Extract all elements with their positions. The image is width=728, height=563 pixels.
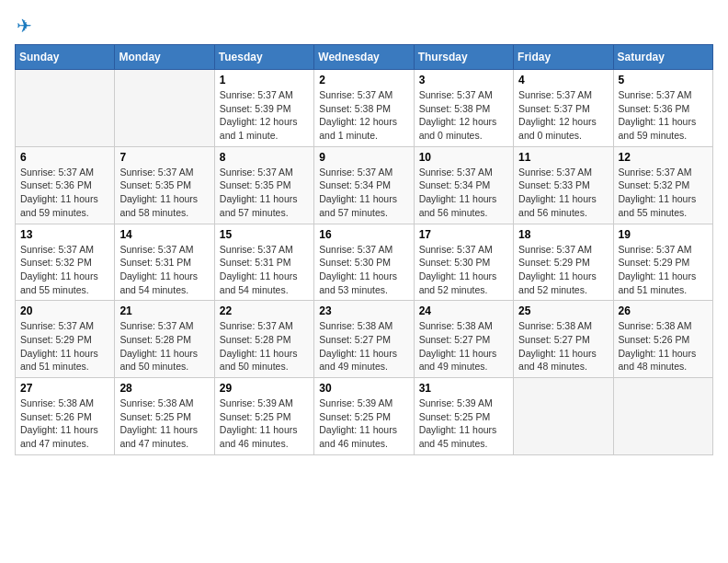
day-number: 23 (319, 304, 408, 317)
day-detail: Sunrise: 5:37 AM Sunset: 5:32 PM Dayligh… (20, 243, 109, 297)
calendar-cell: 3Sunrise: 5:37 AM Sunset: 5:38 PM Daylig… (414, 70, 513, 147)
day-detail: Sunrise: 5:37 AM Sunset: 5:30 PM Dayligh… (419, 243, 508, 297)
day-number: 17 (419, 228, 508, 241)
day-number: 18 (518, 228, 608, 241)
calendar-week-4: 20Sunrise: 5:37 AM Sunset: 5:29 PM Dayli… (16, 301, 713, 378)
calendar-header-wednesday: Wednesday (314, 45, 414, 70)
calendar-cell: 7Sunrise: 5:37 AM Sunset: 5:35 PM Daylig… (115, 146, 214, 224)
day-detail: Sunrise: 5:39 AM Sunset: 5:25 PM Dayligh… (220, 396, 309, 451)
calendar-week-1: 1Sunrise: 5:37 AM Sunset: 5:39 PM Daylig… (16, 70, 713, 147)
calendar-cell: 28Sunrise: 5:38 AM Sunset: 5:25 PM Dayli… (115, 378, 214, 455)
calendar-cell: 8Sunrise: 5:37 AM Sunset: 5:35 PM Daylig… (214, 146, 313, 224)
day-number: 10 (419, 151, 508, 164)
day-number: 31 (419, 382, 508, 395)
calendar-cell: 23Sunrise: 5:38 AM Sunset: 5:27 PM Dayli… (314, 301, 414, 378)
day-number: 15 (220, 228, 309, 241)
day-detail: Sunrise: 5:39 AM Sunset: 5:25 PM Dayligh… (319, 396, 408, 451)
day-number: 6 (20, 151, 109, 164)
day-detail: Sunrise: 5:37 AM Sunset: 5:34 PM Dayligh… (319, 166, 408, 220)
calendar-header-saturday: Saturday (613, 45, 712, 70)
day-detail: Sunrise: 5:38 AM Sunset: 5:26 PM Dayligh… (619, 319, 708, 373)
day-number: 28 (119, 382, 209, 395)
calendar-cell: 20Sunrise: 5:37 AM Sunset: 5:29 PM Dayli… (16, 301, 115, 378)
calendar-cell: 22Sunrise: 5:37 AM Sunset: 5:28 PM Dayli… (214, 301, 313, 378)
day-number: 22 (220, 304, 309, 317)
day-number: 2 (319, 74, 408, 86)
calendar-week-5: 27Sunrise: 5:38 AM Sunset: 5:26 PM Dayli… (16, 378, 713, 455)
calendar-cell: 21Sunrise: 5:37 AM Sunset: 5:28 PM Dayli… (115, 301, 214, 378)
day-detail: Sunrise: 5:37 AM Sunset: 5:28 PM Dayligh… (220, 319, 309, 373)
day-number: 4 (518, 74, 608, 86)
day-number: 30 (319, 382, 408, 395)
day-detail: Sunrise: 5:37 AM Sunset: 5:36 PM Dayligh… (20, 166, 109, 220)
calendar-cell (613, 378, 712, 455)
day-detail: Sunrise: 5:37 AM Sunset: 5:35 PM Dayligh… (220, 166, 309, 220)
day-detail: Sunrise: 5:38 AM Sunset: 5:25 PM Dayligh… (119, 396, 209, 451)
day-detail: Sunrise: 5:38 AM Sunset: 5:26 PM Dayligh… (20, 396, 109, 451)
calendar-cell: 6Sunrise: 5:37 AM Sunset: 5:36 PM Daylig… (16, 146, 115, 224)
day-detail: Sunrise: 5:39 AM Sunset: 5:25 PM Dayligh… (419, 396, 508, 451)
calendar-body: 1Sunrise: 5:37 AM Sunset: 5:39 PM Daylig… (16, 70, 713, 455)
day-detail: Sunrise: 5:37 AM Sunset: 5:33 PM Dayligh… (518, 166, 608, 220)
calendar-week-3: 13Sunrise: 5:37 AM Sunset: 5:32 PM Dayli… (16, 224, 713, 301)
day-number: 3 (419, 74, 508, 86)
day-number: 21 (119, 304, 209, 317)
calendar-table: SundayMondayTuesdayWednesdayThursdayFrid… (15, 44, 713, 455)
day-number: 7 (119, 151, 209, 164)
day-number: 26 (619, 304, 708, 317)
calendar-cell: 17Sunrise: 5:37 AM Sunset: 5:30 PM Dayli… (414, 224, 513, 301)
calendar-header-monday: Monday (115, 45, 214, 70)
day-detail: Sunrise: 5:38 AM Sunset: 5:27 PM Dayligh… (319, 319, 408, 373)
day-detail: Sunrise: 5:37 AM Sunset: 5:31 PM Dayligh… (220, 243, 309, 297)
calendar-cell: 11Sunrise: 5:37 AM Sunset: 5:33 PM Dayli… (514, 146, 613, 224)
day-number: 24 (419, 304, 508, 317)
calendar-cell: 12Sunrise: 5:37 AM Sunset: 5:32 PM Dayli… (613, 146, 712, 224)
day-number: 14 (119, 228, 209, 241)
calendar-cell (16, 70, 115, 147)
day-detail: Sunrise: 5:37 AM Sunset: 5:28 PM Dayligh… (119, 319, 209, 373)
calendar-cell: 4Sunrise: 5:37 AM Sunset: 5:37 PM Daylig… (514, 70, 613, 147)
day-detail: Sunrise: 5:37 AM Sunset: 5:32 PM Dayligh… (619, 166, 708, 220)
day-detail: Sunrise: 5:38 AM Sunset: 5:27 PM Dayligh… (518, 319, 608, 373)
day-detail: Sunrise: 5:37 AM Sunset: 5:29 PM Dayligh… (518, 243, 608, 297)
calendar-cell: 15Sunrise: 5:37 AM Sunset: 5:31 PM Dayli… (214, 224, 313, 301)
day-number: 1 (220, 74, 309, 86)
calendar-cell: 25Sunrise: 5:38 AM Sunset: 5:27 PM Dayli… (514, 301, 613, 378)
calendar-cell: 1Sunrise: 5:37 AM Sunset: 5:39 PM Daylig… (214, 70, 313, 147)
day-detail: Sunrise: 5:37 AM Sunset: 5:29 PM Dayligh… (20, 319, 109, 373)
header: ✈ (15, 15, 713, 37)
day-detail: Sunrise: 5:37 AM Sunset: 5:38 PM Dayligh… (319, 88, 408, 143)
calendar-cell: 27Sunrise: 5:38 AM Sunset: 5:26 PM Dayli… (16, 378, 115, 455)
day-number: 11 (518, 151, 608, 164)
day-detail: Sunrise: 5:37 AM Sunset: 5:31 PM Dayligh… (119, 243, 209, 297)
day-detail: Sunrise: 5:37 AM Sunset: 5:39 PM Dayligh… (220, 88, 309, 143)
calendar-header-friday: Friday (514, 45, 613, 70)
day-number: 5 (619, 74, 708, 86)
day-detail: Sunrise: 5:37 AM Sunset: 5:35 PM Dayligh… (119, 166, 209, 220)
day-detail: Sunrise: 5:37 AM Sunset: 5:29 PM Dayligh… (619, 243, 708, 297)
calendar-cell: 16Sunrise: 5:37 AM Sunset: 5:30 PM Dayli… (314, 224, 414, 301)
calendar-cell: 10Sunrise: 5:37 AM Sunset: 5:34 PM Dayli… (414, 146, 513, 224)
calendar-header-thursday: Thursday (414, 45, 513, 70)
day-number: 12 (619, 151, 708, 164)
day-detail: Sunrise: 5:37 AM Sunset: 5:37 PM Dayligh… (518, 88, 608, 143)
calendar-header-tuesday: Tuesday (214, 45, 313, 70)
day-number: 16 (319, 228, 408, 241)
calendar-week-2: 6Sunrise: 5:37 AM Sunset: 5:36 PM Daylig… (16, 146, 713, 224)
day-number: 29 (220, 382, 309, 395)
calendar-cell: 19Sunrise: 5:37 AM Sunset: 5:29 PM Dayli… (613, 224, 712, 301)
calendar-cell: 24Sunrise: 5:38 AM Sunset: 5:27 PM Dayli… (414, 301, 513, 378)
day-number: 25 (518, 304, 608, 317)
day-number: 27 (20, 382, 109, 395)
day-number: 8 (220, 151, 309, 164)
day-detail: Sunrise: 5:37 AM Sunset: 5:30 PM Dayligh… (319, 243, 408, 297)
calendar-cell: 5Sunrise: 5:37 AM Sunset: 5:36 PM Daylig… (613, 70, 712, 147)
calendar-cell: 30Sunrise: 5:39 AM Sunset: 5:25 PM Dayli… (314, 378, 414, 455)
day-detail: Sunrise: 5:38 AM Sunset: 5:27 PM Dayligh… (419, 319, 508, 373)
calendar-cell: 31Sunrise: 5:39 AM Sunset: 5:25 PM Dayli… (414, 378, 513, 455)
calendar-cell: 14Sunrise: 5:37 AM Sunset: 5:31 PM Dayli… (115, 224, 214, 301)
calendar-cell: 13Sunrise: 5:37 AM Sunset: 5:32 PM Dayli… (16, 224, 115, 301)
day-detail: Sunrise: 5:37 AM Sunset: 5:38 PM Dayligh… (419, 88, 508, 143)
logo: ✈ (15, 15, 32, 37)
day-detail: Sunrise: 5:37 AM Sunset: 5:36 PM Dayligh… (619, 88, 708, 143)
